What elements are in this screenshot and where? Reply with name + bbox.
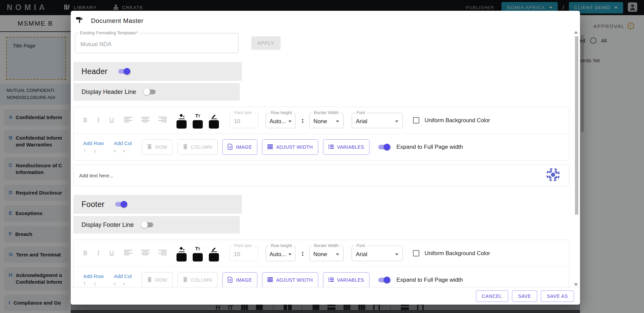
list-icon	[328, 144, 334, 150]
border-width-select[interactable]: Border Width None	[309, 246, 344, 261]
header-content-editor[interactable]: Add text here...	[73, 165, 569, 186]
uniform-background-checkbox[interactable]	[413, 250, 419, 256]
arrow-down-icon[interactable]: ↓	[94, 147, 97, 154]
image-button[interactable]: IMAGE	[222, 139, 257, 155]
fill-color-picker[interactable]	[175, 245, 188, 262]
text-color-icon: TT	[195, 245, 200, 251]
arrow-right-icon[interactable]: ›	[123, 280, 125, 287]
save-as-button[interactable]: SAVE AS	[541, 290, 574, 302]
border-width-select[interactable]: Border Width None	[309, 113, 344, 128]
modal-title: Document Master	[91, 17, 143, 25]
border-color-picker[interactable]	[208, 112, 220, 129]
existing-templates-input[interactable]	[80, 41, 233, 48]
variables-button[interactable]: VARIABLES	[323, 139, 369, 155]
toggle-thumb	[124, 68, 130, 75]
chevron-down-icon	[395, 253, 398, 255]
underline-button[interactable]: U	[109, 117, 114, 124]
add-col-group: Add Col ‹ ›	[114, 140, 132, 154]
arrow-up-icon[interactable]: ↑	[83, 147, 86, 154]
delete-row-button[interactable]: ROW	[142, 272, 172, 288]
add-col-group: Add Col ‹ ›	[114, 273, 132, 287]
font-size-field[interactable]: Font size 10	[229, 113, 258, 128]
adjust-width-button[interactable]: ADJUST WIDTH	[262, 139, 318, 155]
align-right-icon[interactable]	[158, 250, 167, 257]
row-height-arrows-icon[interactable]: ↕	[301, 249, 304, 257]
adjust-width-button[interactable]: ADJUST WIDTH	[262, 272, 318, 288]
adjust-width-label: ADJUST WIDTH	[276, 144, 313, 150]
font-select[interactable]: Font Arial	[352, 113, 403, 128]
row-height-label: Row height	[269, 243, 294, 248]
expand-full-width-toggle[interactable]	[378, 144, 390, 150]
align-center-icon[interactable]	[141, 117, 150, 124]
chevron-down-icon	[336, 120, 339, 123]
arrow-right-icon[interactable]: ›	[123, 147, 125, 154]
template-field-row: Existing Formatting Templates* APPLY	[75, 33, 580, 53]
row-height-value: Auto...	[269, 118, 286, 125]
row-height-select[interactable]: Row height Auto...	[266, 246, 295, 261]
add-row-link[interactable]: Add Row	[83, 273, 104, 279]
font-size-field[interactable]: Font size 10	[229, 246, 258, 261]
font-label: Font	[355, 110, 367, 115]
existing-templates-field[interactable]: Existing Formatting Templates*	[75, 33, 238, 53]
footer-section-title: Footer	[82, 200, 104, 209]
expand-full-width-toggle[interactable]	[378, 277, 390, 283]
align-left-icon[interactable]	[124, 117, 132, 124]
add-col-link[interactable]: Add Col	[114, 273, 132, 279]
text-color-picker[interactable]: TT	[192, 245, 204, 262]
trash-icon	[147, 277, 152, 283]
arrow-up-icon[interactable]: ↑	[83, 280, 86, 287]
table-row-controls: Add Row ↑ ↓ Add Col ‹ › ROW COLUMN	[74, 134, 569, 160]
arrow-left-icon[interactable]: ‹	[114, 280, 116, 287]
italic-button[interactable]: I	[97, 117, 99, 124]
italic-button[interactable]: I	[97, 250, 99, 257]
arrow-left-icon[interactable]: ‹	[114, 147, 116, 154]
save-button[interactable]: SAVE	[512, 290, 537, 302]
apply-button[interactable]: APPLY	[251, 36, 281, 50]
text-color-picker[interactable]: TT	[192, 112, 204, 129]
uniform-background-checkbox[interactable]	[413, 117, 419, 124]
bold-button[interactable]: B	[83, 250, 87, 257]
display-footer-line-label: Display Footer Line	[82, 221, 134, 229]
text-color-icon: TT	[195, 112, 200, 118]
fill-color-picker[interactable]	[175, 112, 188, 129]
delete-row-button[interactable]: ROW	[142, 139, 172, 155]
arrow-down-icon[interactable]: ↓	[94, 280, 97, 287]
align-center-icon[interactable]	[141, 250, 150, 257]
display-header-line-toggle[interactable]	[143, 89, 156, 95]
row-height-select[interactable]: Row height Auto...	[266, 113, 295, 128]
border-color-picker[interactable]	[208, 245, 220, 262]
header-section-row: Header	[73, 62, 242, 81]
modal-scrollbar-thumb[interactable]	[575, 36, 578, 215]
editor-toolbar: B I U TT Font size 10	[73, 107, 569, 161]
delete-column-button[interactable]: COLUMN	[178, 272, 218, 288]
format-row: B I U TT Font size 10	[74, 107, 569, 134]
display-footer-line-toggle[interactable]	[141, 221, 154, 228]
add-row-link[interactable]: Add Row	[83, 140, 104, 146]
underline-button[interactable]: U	[109, 250, 114, 257]
toggle-thumb	[384, 144, 390, 150]
variables-button[interactable]: VARIABLES	[323, 272, 369, 288]
font-size-label: Font size	[233, 110, 253, 115]
footer-toolbar-slot: B I U TT Font size 10	[71, 240, 580, 293]
editor-placeholder: Add text here...	[79, 173, 114, 178]
add-col-link[interactable]: Add Col	[114, 140, 132, 146]
scroll-up-arrow[interactable]	[574, 31, 578, 34]
text-color-swatch	[193, 120, 203, 129]
cancel-button[interactable]: CANCEL	[476, 290, 508, 302]
row-height-arrows-icon[interactable]: ↕	[301, 116, 304, 125]
uniform-background-label: Uniform Background Color	[425, 250, 490, 256]
uniform-background-checkbox-row: Uniform Background Color	[413, 117, 490, 124]
align-left-icon[interactable]	[124, 250, 132, 257]
header-toggle[interactable]	[118, 68, 130, 75]
footer-toggle[interactable]	[115, 201, 127, 208]
font-select[interactable]: Font Arial	[352, 246, 403, 261]
align-right-icon[interactable]	[158, 117, 167, 124]
row-height-value: Auto...	[269, 251, 286, 258]
border-color-swatch	[209, 253, 219, 262]
image-label: IMAGE	[236, 144, 252, 150]
screen: NOMIA LIBRARY CREATE PUBLISHER NOMIA AFR…	[0, 0, 644, 313]
image-button[interactable]: IMAGE	[222, 272, 257, 288]
scroll-down-arrow[interactable]	[574, 283, 578, 286]
bold-button[interactable]: B	[83, 117, 87, 124]
delete-column-button[interactable]: COLUMN	[178, 139, 218, 155]
